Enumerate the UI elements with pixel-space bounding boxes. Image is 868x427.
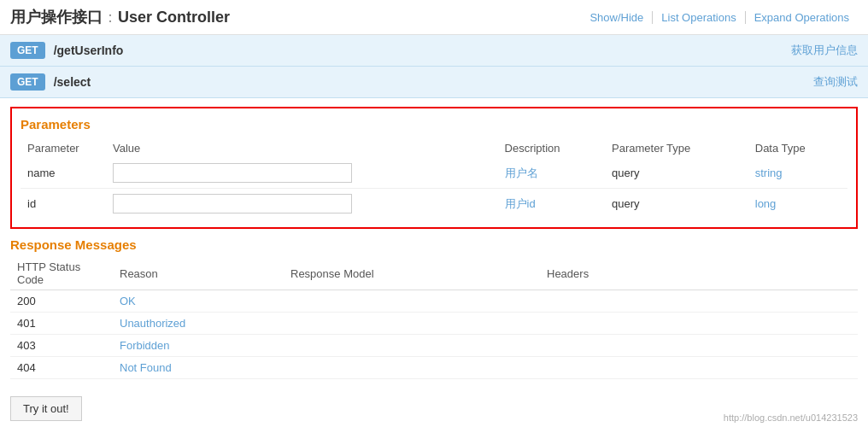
resp-model-403 <box>284 335 540 357</box>
param-input-id[interactable] <box>113 194 352 214</box>
title-separator: ： <box>103 9 118 26</box>
param-desc-id: 用户id <box>498 189 606 219</box>
api-desc-get-select[interactable]: 查询测试 <box>813 74 858 90</box>
param-input-name[interactable] <box>113 163 352 183</box>
resp-col-headers: Headers <box>540 257 858 290</box>
resp-code-200: 200 <box>10 290 113 313</box>
api-row-left: GET /getUserInfo <box>10 42 123 59</box>
col-parameter-type: Parameter Type <box>605 138 748 158</box>
col-data-type: Data Type <box>748 138 847 158</box>
resp-col-reason: Reason <box>113 257 284 290</box>
resp-reason-200: OK <box>113 290 284 313</box>
resp-row-401: 401 Unauthorized <box>10 313 858 335</box>
api-row-get-userinfo[interactable]: GET /getUserInfo 获取用户信息 <box>0 35 868 67</box>
resp-row-404: 404 Not Found <box>10 357 858 379</box>
resp-col-code: HTTP Status Code <box>10 257 113 290</box>
api-path-get-userinfo: /getUserInfo <box>54 44 124 57</box>
resp-code-404: 404 <box>10 357 113 379</box>
list-operations-link[interactable]: List Operations <box>653 11 745 24</box>
response-table: HTTP Status Code Reason Response Model H… <box>10 257 858 379</box>
resp-row-200: 200 OK <box>10 290 858 313</box>
param-dtype-id: long <box>748 189 847 219</box>
resp-model-404 <box>284 357 540 379</box>
col-description: Description <box>498 138 606 158</box>
param-ptype-name: query <box>605 158 748 189</box>
resp-col-model: Response Model <box>284 257 540 290</box>
show-hide-link[interactable]: Show/Hide <box>581 11 653 24</box>
parameters-table: Parameter Value Description Parameter Ty… <box>21 138 847 219</box>
resp-model-401 <box>284 313 540 335</box>
api-path-get-select: /select <box>54 75 91 89</box>
col-parameter: Parameter <box>21 138 106 158</box>
api-desc-get-userinfo[interactable]: 获取用户信息 <box>791 43 858 58</box>
resp-headers-401 <box>540 313 858 335</box>
param-name-id: id <box>21 189 106 219</box>
resp-reason-403: Forbidden <box>113 335 284 357</box>
parameters-section: Parameters Parameter Value Description P… <box>10 107 858 229</box>
param-dtype-name: string <box>748 158 847 189</box>
resp-code-403: 403 <box>10 335 113 357</box>
title-cn: 用户操作接口 <box>10 9 103 26</box>
resp-row-403: 403 Forbidden <box>10 335 858 357</box>
title-en: User Controller <box>118 9 230 26</box>
watermark: http://blog.csdn.net/u014231523 <box>724 412 858 423</box>
resp-reason-404: Not Found <box>113 357 284 379</box>
resp-headers-404 <box>540 357 858 379</box>
resp-reason-401: Unauthorized <box>113 313 284 335</box>
try-it-out-button[interactable]: Try it out! <box>10 396 82 421</box>
method-badge-get-userinfo: GET <box>10 42 45 59</box>
param-ptype-id: query <box>605 189 748 219</box>
param-name-name: name <box>21 158 106 189</box>
param-row-id: id 用户id query long <box>21 189 847 219</box>
api-row-select-left: GET /select <box>10 73 91 91</box>
page-header: 用户操作接口：User Controller Show/Hide List Op… <box>0 0 868 35</box>
resp-headers-200 <box>540 290 858 313</box>
parameters-title: Parameters <box>21 117 847 132</box>
expand-operations-link[interactable]: Expand Operations <box>746 11 858 24</box>
param-value-id[interactable] <box>106 189 498 219</box>
response-section: Response Messages HTTP Status Code Reaso… <box>10 237 858 379</box>
method-badge-get-select: GET <box>10 73 45 91</box>
param-row-name: name 用户名 query string <box>21 158 847 189</box>
resp-headers-403 <box>540 335 858 357</box>
param-value-name[interactable] <box>106 158 498 189</box>
page-title: 用户操作接口：User Controller <box>10 7 230 27</box>
param-desc-name: 用户名 <box>498 158 606 189</box>
resp-code-401: 401 <box>10 313 113 335</box>
col-value: Value <box>106 138 498 158</box>
api-row-get-select[interactable]: GET /select 查询测试 <box>0 67 868 98</box>
resp-model-200 <box>284 290 540 313</box>
response-title: Response Messages <box>10 237 858 252</box>
header-actions: Show/Hide List Operations Expand Operati… <box>581 11 858 24</box>
